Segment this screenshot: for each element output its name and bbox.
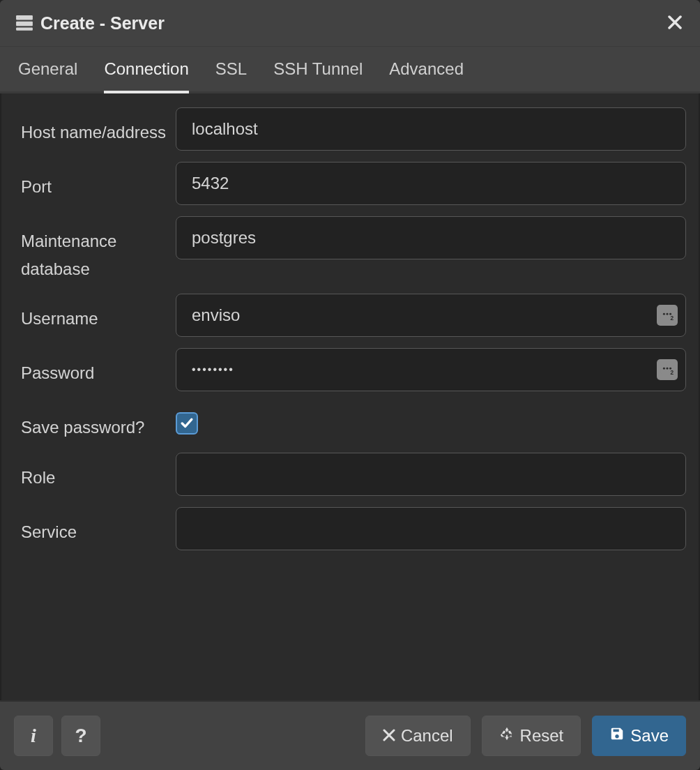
label-host: Host name/address — [14, 107, 176, 146]
footer-left: i ? — [14, 716, 100, 756]
dialog-title: Create - Server — [40, 13, 165, 33]
host-input[interactable] — [176, 107, 686, 151]
dialog-header-left: Create - Server — [15, 13, 165, 33]
form-body: Host name/address Port Maintenance datab… — [0, 93, 700, 700]
svg-point-12 — [667, 368, 669, 370]
cancel-icon — [383, 726, 395, 746]
row-host: Host name/address — [14, 107, 686, 151]
row-save-password: Save password? — [14, 402, 686, 441]
row-username: Username 2 — [14, 294, 686, 337]
service-input[interactable] — [176, 507, 686, 550]
row-maintenance-db: Maintenance database — [14, 216, 686, 282]
save-icon — [609, 726, 625, 746]
svg-point-11 — [663, 368, 665, 370]
dialog-header: Create - Server — [0, 0, 700, 47]
password-manager-icon[interactable]: 2 — [657, 359, 678, 380]
save-button[interactable]: Save — [592, 716, 686, 756]
label-username: Username — [14, 294, 176, 333]
password-manager-icon[interactable]: 2 — [657, 305, 678, 326]
svg-point-6 — [663, 313, 665, 315]
svg-point-4 — [18, 23, 20, 25]
label-service: Service — [14, 507, 176, 546]
row-port: Port — [14, 162, 686, 205]
footer-right: Cancel Reset Save — [365, 716, 686, 756]
username-input[interactable] — [176, 294, 686, 337]
port-input[interactable] — [176, 162, 686, 205]
reset-button[interactable]: Reset — [482, 716, 581, 756]
label-maintenance-db: Maintenance database — [14, 216, 176, 282]
label-role: Role — [14, 453, 176, 492]
row-service: Service — [14, 507, 686, 550]
role-input[interactable] — [176, 453, 686, 496]
close-icon — [668, 13, 682, 33]
reset-label: Reset — [520, 726, 564, 746]
check-icon — [181, 417, 193, 430]
tab-ssh-tunnel[interactable]: SSH Tunnel — [273, 47, 363, 91]
dialog-footer: i ? Cancel — [0, 700, 700, 770]
label-password: Password — [14, 348, 176, 387]
info-button[interactable]: i — [14, 716, 53, 756]
password-input[interactable] — [176, 348, 686, 391]
tab-ssl[interactable]: SSL — [215, 47, 247, 91]
cancel-label: Cancel — [401, 726, 453, 746]
svg-rect-2 — [16, 27, 33, 30]
help-button[interactable]: ? — [61, 716, 100, 756]
tab-connection[interactable]: Connection — [104, 47, 188, 91]
create-server-dialog: Create - Server General Connection SSL S… — [0, 0, 700, 770]
svg-point-8 — [669, 313, 671, 315]
save-label: Save — [630, 726, 669, 746]
recycle-icon — [499, 726, 515, 746]
svg-point-13 — [669, 368, 671, 370]
maintenance-db-input[interactable] — [176, 216, 686, 259]
help-icon: ? — [75, 725, 86, 747]
info-icon: i — [31, 725, 36, 747]
cancel-button[interactable]: Cancel — [365, 716, 471, 756]
close-button[interactable] — [665, 11, 685, 35]
tab-advanced[interactable]: Advanced — [389, 47, 464, 91]
svg-text:2: 2 — [671, 316, 674, 322]
row-role: Role — [14, 453, 686, 496]
svg-point-3 — [18, 17, 20, 19]
label-save-password: Save password? — [14, 402, 176, 441]
label-port: Port — [14, 162, 176, 201]
row-password: Password 2 — [14, 348, 686, 391]
tab-general[interactable]: General — [18, 47, 77, 91]
tabs: General Connection SSL SSH Tunnel Advanc… — [0, 47, 700, 93]
svg-text:2: 2 — [671, 370, 674, 377]
server-icon — [15, 15, 33, 31]
save-password-checkbox[interactable] — [176, 412, 198, 435]
svg-point-7 — [667, 313, 669, 315]
